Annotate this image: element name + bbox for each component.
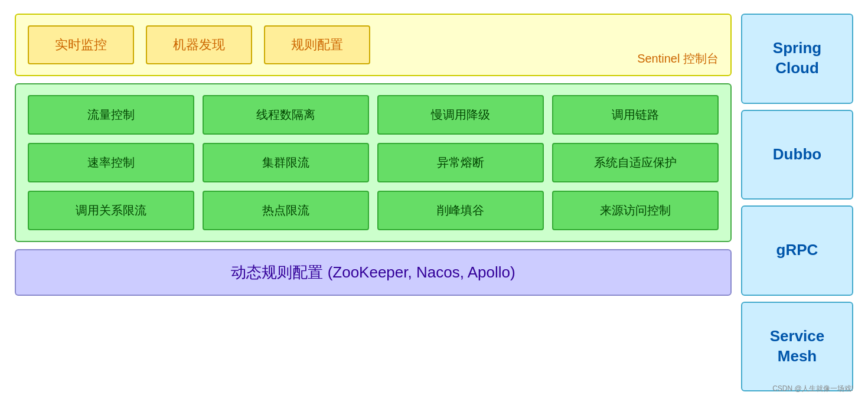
feature-item-4: 速率控制 [28, 143, 194, 182]
features-panel: 流量控制 线程数隔离 慢调用降级 调用链路 速率控制 集群限流 异常熔断 系统自… [15, 83, 732, 242]
feature-item-1: 线程数隔离 [203, 95, 369, 135]
sidebar-spring-cloud: SpringCloud [741, 14, 853, 104]
feature-item-2: 慢调用降级 [377, 95, 544, 135]
sentinel-box-rules: 规则配置 [264, 25, 370, 64]
sidebar-dubbo: Dubbo [741, 110, 853, 200]
left-section: 实时监控 机器发现 规则配置 Sentinel 控制台 流量控制 线程数隔离 慢… [15, 14, 732, 391]
feature-item-9: 热点限流 [203, 191, 369, 230]
sentinel-panel: 实时监控 机器发现 规则配置 Sentinel 控制台 [15, 14, 732, 76]
sentinel-box-discovery: 机器发现 [146, 25, 252, 64]
dynamic-panel: 动态规则配置 (ZooKeeper, Nacos, Apollo) [15, 249, 732, 296]
dynamic-text: 动态规则配置 (ZooKeeper, Nacos, Apollo) [231, 262, 515, 283]
sidebar-grpc-label: gRPC [776, 240, 818, 260]
main-container: 实时监控 机器发现 规则配置 Sentinel 控制台 流量控制 线程数隔离 慢… [9, 8, 859, 397]
sidebar-service-mesh: ServiceMesh [741, 302, 853, 392]
sidebar-service-mesh-label: ServiceMesh [770, 326, 825, 367]
feature-item-8: 调用关系限流 [28, 191, 194, 230]
right-sidebar: SpringCloud Dubbo gRPC ServiceMesh CSDN … [741, 14, 853, 391]
sentinel-label: Sentinel 控制台 [637, 51, 719, 67]
feature-item-10: 削峰填谷 [377, 191, 544, 230]
watermark: CSDN @人生就像一场戏! [772, 384, 853, 394]
feature-item-5: 集群限流 [203, 143, 369, 182]
feature-item-0: 流量控制 [28, 95, 194, 135]
feature-item-3: 调用链路 [552, 95, 719, 135]
sentinel-box-realtime: 实时监控 [28, 25, 134, 64]
feature-item-7: 系统自适应保护 [552, 143, 719, 182]
sidebar-spring-cloud-label: SpringCloud [773, 38, 821, 79]
feature-item-11: 来源访问控制 [552, 191, 719, 230]
feature-item-6: 异常熔断 [377, 143, 544, 182]
sidebar-grpc: gRPC [741, 205, 853, 296]
sidebar-dubbo-label: Dubbo [773, 145, 821, 165]
